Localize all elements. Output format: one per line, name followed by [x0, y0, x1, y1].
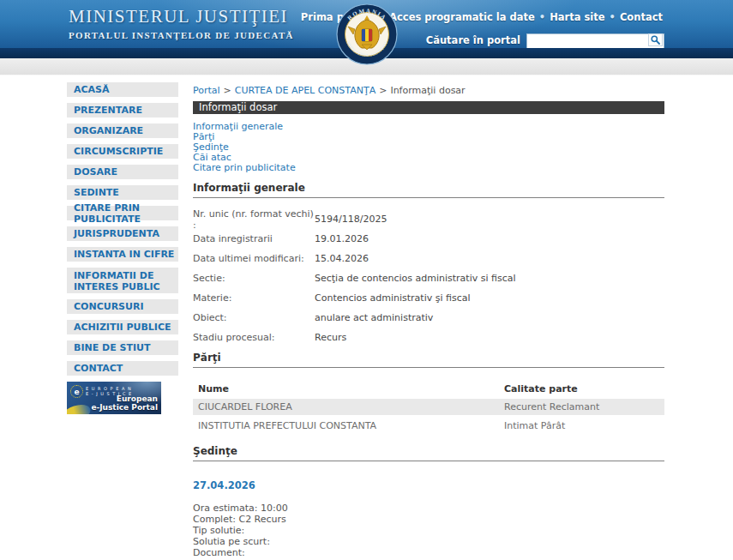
magnifier-icon [651, 35, 660, 45]
table-row: INSTITUTIA PREFECTULUI CONSTANTA Intimat… [193, 418, 664, 434]
hearing-detail-document: Document: [193, 547, 664, 558]
sidebar-item-citare-prin-publicitate[interactable]: CITARE PRIN PUBLICITATE [67, 206, 178, 220]
site-subtitle: PORTALUL INSTANŢELOR DE JUDECATĂ [69, 30, 294, 40]
field-value: anulare act administrativ [315, 312, 433, 323]
breadcrumb-link-portal[interactable]: Portal [193, 85, 220, 96]
hearing-date-link[interactable]: 27.04.2026 [193, 479, 255, 491]
sidebar-item-sedinte[interactable]: SEDINTE [67, 185, 178, 200]
field-label: Nr. unic (nr. format vechi) : [193, 208, 315, 231]
field-row-sectie: Sectie: Secţia de contencios administrat… [193, 268, 664, 288]
field-row-data-ultimei-modificari: Data ultimei modificari: 15.04.2026 [193, 249, 664, 268]
hearing-detail-complet: Complet: C2 Recurs [193, 514, 664, 525]
nav-link-acces-programatic[interactable]: Acces programatic la date [389, 11, 535, 23]
field-value: 19.01.2026 [315, 233, 369, 244]
nav-separator: • [610, 11, 616, 23]
breadcrumb: Portal>CURTEA DE APEL CONSTANŢA>Informaţ… [193, 86, 664, 96]
ejustice-swish-decoration [67, 401, 93, 414]
field-label: Data ultimei modificari: [193, 253, 315, 264]
sidebar-menu: ACASĂ PREZENTARE ORGANIZARE CIRCUMSCRIPT… [67, 82, 178, 414]
table-row: CIUCARDEL FLOREA Recurent Reclamant [193, 399, 664, 415]
field-value: 15.04.2026 [315, 253, 369, 264]
field-label: Data inregistrarii [193, 233, 315, 244]
field-label: Stadiu procesual: [193, 332, 315, 343]
sidebar-item-organizare[interactable]: ORGANIZARE [67, 123, 178, 138]
field-value: Recurs [315, 332, 346, 343]
portal-search: Căutare în portal [426, 32, 664, 48]
column-header-nume: Nume [193, 383, 504, 394]
party-role: Recurent Reclamant [504, 401, 664, 412]
field-value: Secţia de contencios administrativ si fi… [315, 273, 516, 284]
column-header-calitate-parte: Calitate parte [504, 383, 664, 394]
field-label: Sectie: [193, 273, 315, 284]
parties-heading: Părţi [193, 352, 664, 368]
party-role: Intimat Pârât [504, 420, 664, 431]
sidebar-item-bine-de-stiut[interactable]: BINE DE STIUT [67, 340, 178, 355]
site-title: MINISTERUL JUSTIŢIEI [69, 6, 294, 27]
ejustice-caption: European e-Justice Portal [91, 394, 158, 412]
nav-link-harta-site[interactable]: Harta site [550, 11, 604, 23]
brand: MINISTERUL JUSTIŢIEI PORTALUL INSTANŢELO… [69, 6, 294, 40]
sidebar-item-circumscriptie[interactable]: CIRCUMSCRIPTIE [67, 144, 178, 159]
breadcrumb-separator: > [379, 85, 387, 96]
page: MINISTERUL JUSTIŢIEI PORTALUL INSTANŢELO… [0, 0, 733, 560]
field-label: Materie: [193, 292, 315, 304]
ejustice-caption-line2: e-Justice Portal [91, 403, 158, 412]
search-input[interactable] [526, 33, 664, 50]
general-info-fields: Nr. unic (nr. format vechi) : 5194/118/2… [193, 209, 664, 347]
nav-separator: • [539, 11, 545, 23]
parties-table-header: Nume Calitate parte [193, 380, 664, 397]
ejustice-caption-line1: European [117, 394, 158, 403]
field-value: Contencios administrativ şi fiscal [315, 292, 471, 304]
hearing-details: Ora estimata: 10:00 Complet: C2 Recurs T… [193, 503, 664, 558]
field-label: Obiect: [193, 312, 315, 323]
field-row-data-inregistrarii: Data inregistrarii 19.01.2026 [193, 229, 664, 249]
field-row-nr-unic: Nr. unic (nr. format vechi) : 5194/118/2… [193, 209, 664, 229]
sidebar-item-contact[interactable]: CONTACT [67, 361, 178, 376]
field-row-stadiu-procesual: Stadiu procesual: Recurs [193, 328, 664, 347]
ejustice-portal-banner[interactable]: e E U R O P E A N E - J U S T I C E Euro… [67, 382, 161, 414]
ministry-seal-logo: ROMANIA MINISTERUL JUSTIŢIEI [336, 3, 398, 65]
quick-link-citare-prin-publicitate[interactable]: Citare prin publicitate [193, 163, 664, 173]
breadcrumb-link-court[interactable]: CURTEA DE APEL CONSTANŢA [235, 85, 376, 96]
party-name: INSTITUTIA PREFECTULUI CONSTANTA [193, 420, 504, 431]
page-title-bar: Informaţii dosar [193, 101, 664, 114]
sidebar-item-instanta-in-cifre[interactable]: INSTANTA IN CIFRE [67, 247, 178, 262]
sidebar-item-prezentare[interactable]: PREZENTARE [67, 103, 178, 117]
quick-link-sedinte[interactable]: Şedinţe [193, 142, 664, 153]
search-button[interactable] [648, 33, 663, 46]
sidebar-item-concursuri[interactable]: CONCURSURI [67, 299, 178, 314]
hearings-heading: Şedinţe [193, 445, 664, 461]
quick-link-parti[interactable]: Părţi [193, 132, 664, 142]
sidebar-item-achizitii-publice[interactable]: ACHIZITII PUBLICE [67, 320, 178, 334]
field-row-materie: Materie: Contencios administrativ şi fis… [193, 288, 664, 308]
general-info-heading: Informaţii generale [193, 182, 664, 198]
parties-table: Nume Calitate parte CIUCARDEL FLOREA Rec… [193, 380, 664, 434]
breadcrumb-separator: > [224, 85, 231, 96]
sidebar-item-jurisprudenta[interactable]: JURISPRUDENTA [67, 226, 178, 241]
ejustice-logo-icon: e [70, 385, 83, 398]
quick-link-informatii-generale[interactable]: Informaţii generale [193, 122, 664, 132]
hearing-detail-tip-solutie: Tip solutie: [193, 525, 664, 536]
main-content: Portal>CURTEA DE APEL CONSTANŢA>Informaţ… [193, 82, 664, 558]
sidebar-item-informatii-de-interes-public[interactable]: INFORMATII DE INTERES PUBLIC [67, 268, 178, 293]
sidebar-item-acasa[interactable]: ACASĂ [67, 82, 178, 97]
field-row-obiect: Obiect: anulare act administrativ [193, 308, 664, 328]
field-value: 5194/118/2025 [315, 214, 387, 225]
sidebar-item-dosare[interactable]: DOSARE [67, 165, 178, 179]
section-quick-links: Informaţii generale Părţi Şedinţe Căi at… [193, 122, 664, 173]
breadcrumb-current: Informaţii dosar [390, 85, 465, 96]
hearing-detail-solutia-pe-scurt: Solutia pe scurt: [193, 536, 664, 547]
party-name: CIUCARDEL FLOREA [193, 401, 504, 412]
hearing-detail-ora-estimata: Ora estimata: 10:00 [193, 503, 664, 514]
nav-link-contact[interactable]: Contact [620, 11, 663, 23]
search-label: Căutare în portal [426, 34, 520, 46]
